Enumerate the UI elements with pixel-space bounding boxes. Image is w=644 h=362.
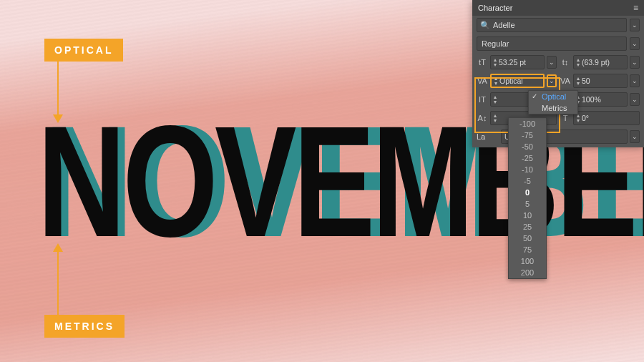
font-style-dropdown[interactable]: ⌄	[630, 37, 640, 50]
kerning-field[interactable]: ▴▾Optical	[490, 74, 545, 88]
annotation-arrowhead-metrics	[53, 243, 63, 252]
tracking-value[interactable]: 75	[509, 244, 546, 255]
tracking-value[interactable]: -100	[509, 118, 546, 129]
baseline-icon: A↕	[477, 114, 488, 122]
search-icon: 🔍	[480, 21, 490, 30]
panel-menu-icon[interactable]: ≡	[633, 3, 638, 13]
tracking-value[interactable]: 50	[509, 233, 546, 244]
tracking-value[interactable]: 200	[509, 267, 546, 278]
character-panel: Character ≡ 🔍 ⌄ Regular ⌄ tT ▴▾53.25 pt …	[472, 0, 644, 147]
panel-title: Character	[478, 4, 512, 12]
font-size-dropdown[interactable]: ⌄	[547, 56, 557, 69]
font-search-input[interactable]	[493, 21, 623, 29]
annotation-optical: OPTICAL	[44, 39, 123, 62]
tracking-value[interactable]: -10	[509, 164, 546, 175]
leading-field[interactable]: ▴▾(63.9 pt)	[573, 55, 628, 69]
tracking-value[interactable]: -50	[509, 141, 546, 152]
tracking-icon: VA	[560, 77, 571, 85]
tracking-value[interactable]: 10	[509, 210, 546, 221]
tracking-field[interactable]: ▴▾50	[573, 74, 628, 88]
tracking-value-list: -100 -75 -50 -25 -10 -5 0 5 10 25 50 75 …	[508, 117, 547, 279]
tracking-value[interactable]: 0	[509, 187, 546, 198]
tracking-value[interactable]: -25	[509, 152, 546, 164]
tracking-value[interactable]: 100	[509, 255, 546, 267]
tracking-value[interactable]: -75	[509, 129, 546, 141]
tracking-value[interactable]: 5	[509, 198, 546, 210]
kerning-option-optical[interactable]: Optical	[529, 91, 577, 102]
hscale-field[interactable]: ▴▾100%	[573, 92, 628, 107]
hscale-dropdown[interactable]: ⌄	[630, 93, 640, 106]
kerning-option-metrics[interactable]: Metrics	[529, 102, 577, 114]
annotation-arrowhead-optical	[53, 114, 63, 123]
font-style-value: Regular	[482, 39, 509, 48]
kerning-icon: VA	[477, 77, 488, 85]
annotation-metrics: METRICS	[44, 315, 125, 338]
font-size-icon: tT	[477, 58, 488, 67]
angle-icon: T	[560, 114, 571, 122]
kerning-dropdown[interactable]: ⌄	[547, 74, 557, 87]
tracking-value[interactable]: 25	[509, 221, 546, 233]
leading-icon: t↕	[560, 58, 571, 67]
panel-header: Character ≡	[472, 0, 644, 16]
annotation-arrow-optical	[57, 59, 59, 116]
vscale-icon: IT	[477, 95, 488, 104]
font-style-select[interactable]: Regular	[477, 36, 627, 51]
tracking-value[interactable]: -5	[509, 175, 546, 187]
font-size-field[interactable]: ▴▾53.25 pt	[490, 55, 545, 69]
kerning-options-popover: Optical Metrics	[528, 90, 578, 114]
angle-field[interactable]: ▴▾0°	[573, 111, 640, 125]
language-label: La	[477, 132, 485, 141]
tracking-dropdown[interactable]: ⌄	[630, 74, 640, 87]
leading-dropdown[interactable]: ⌄	[630, 56, 640, 69]
language-dropdown[interactable]: ⌄	[630, 130, 640, 143]
font-search-dropdown[interactable]: ⌄	[630, 19, 640, 31]
font-search-field[interactable]: 🔍	[477, 18, 627, 32]
annotation-arrow-metrics	[57, 250, 59, 315]
